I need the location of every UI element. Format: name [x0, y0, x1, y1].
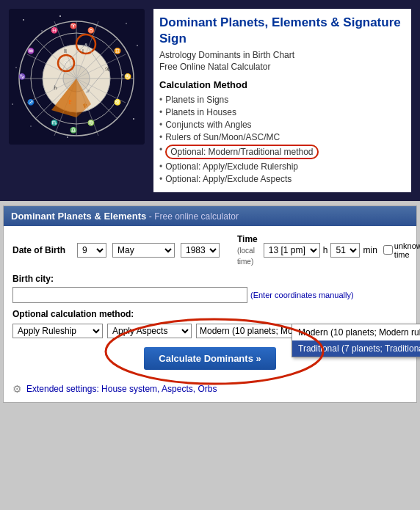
- page-wrapper: ♈ ♉ ♊ ♋ ♌ ♍ ♎ ♏ ♐ ♑ ♒ ♓ ♀ ☉: [0, 0, 420, 403]
- time-sublabel: (local time): [237, 247, 255, 266]
- free-label: - Free online calculator: [149, 211, 239, 222]
- method-item-6: Optional: Apply/Exclude Rulership: [159, 161, 405, 172]
- method-item-3: Conjuncts with Angles: [159, 120, 405, 130]
- optional-controls-wrapper: Apply Ruleship Exclude Rulership Apply A…: [12, 324, 408, 338]
- time-label: Time: [237, 234, 258, 244]
- svg-text:♓: ♓: [51, 26, 58, 34]
- calc-method-list: Planets in Signs Planets in Houses Conju…: [159, 95, 405, 184]
- svg-text:♆: ♆: [82, 103, 87, 109]
- method-dropdown-open: Modern (10 planets; Modern rulership) Tr…: [292, 324, 420, 357]
- birth-city-input-row: (Enter coordinates manually): [12, 287, 408, 303]
- svg-point-4: [126, 23, 127, 24]
- dob-label: Date of Birth: [12, 245, 71, 255]
- bottom-settings: ⚙ Extended settings: House system, Aspec…: [4, 377, 416, 402]
- svg-point-11: [67, 136, 68, 138]
- svg-text:♈: ♈: [70, 22, 77, 29]
- svg-point-7: [133, 118, 134, 120]
- svg-point-10: [12, 103, 13, 105]
- min-select[interactable]: 505152: [330, 243, 360, 258]
- svg-text:♉: ♉: [87, 26, 95, 34]
- svg-text:I: I: [82, 48, 84, 54]
- astrology-chart: ♈ ♉ ♊ ♋ ♌ ♍ ♎ ♏ ♐ ♑ ♒ ♓ ♀ ☉: [9, 9, 145, 145]
- svg-point-6: [15, 67, 17, 68]
- unknown-time-label[interactable]: unknown time: [383, 241, 420, 259]
- gear-icon: ⚙: [12, 383, 22, 395]
- extended-settings-link[interactable]: Extended settings: House system, Aspects…: [26, 384, 217, 394]
- min-label: min: [363, 245, 377, 255]
- hour-select[interactable]: 01234 56789 101112 [noon] 13 [1 pm]: [264, 243, 320, 258]
- page-title: Dominant Planets, Elements & Signature S…: [159, 15, 405, 47]
- svg-text:♇: ♇: [68, 99, 73, 106]
- svg-text:II: II: [64, 48, 67, 54]
- method-item-4: Rulers of Sun/Moon/ASC/MC: [159, 132, 405, 142]
- svg-text:♃: ♃: [104, 66, 109, 73]
- birth-city-input[interactable]: [12, 287, 247, 303]
- method-option-modern[interactable]: Modern (10 planets; Modern rulership): [292, 324, 420, 340]
- svg-text:♐: ♐: [27, 98, 35, 106]
- calc-title: Dominant Planets & Elements: [11, 211, 146, 222]
- calc-method-heading: Calculation Method: [159, 79, 405, 90]
- calc-body: Date of Birth 9 12345 678910 JanuaryFebr…: [4, 226, 416, 377]
- svg-text:♒: ♒: [27, 47, 35, 54]
- title-section: Dominant Planets, Elements & Signature S…: [153, 9, 411, 192]
- subtitle2: Free Online Natal Calculator: [159, 62, 405, 72]
- hour-label: h: [323, 245, 328, 255]
- svg-text:♊: ♊: [114, 47, 121, 54]
- svg-point-1: [23, 19, 24, 21]
- month-select[interactable]: JanuaryFebruaryMarchApril MayJuneJulyAug…: [112, 243, 175, 258]
- svg-text:♌: ♌: [114, 98, 121, 106]
- svg-text:♏: ♏: [51, 119, 58, 126]
- svg-text:♍: ♍: [87, 119, 95, 126]
- time-section: Time (local time) 01234 56789 101112 [no…: [237, 233, 420, 266]
- enter-coords-link[interactable]: (Enter coordinates manually): [250, 291, 354, 299]
- svg-point-2: [41, 30, 43, 32]
- apply-ruleship-select[interactable]: Apply Ruleship Exclude Rulership: [12, 324, 103, 338]
- day-select[interactable]: 9 12345 678910: [77, 243, 106, 258]
- chart-svg: ♈ ♉ ♊ ♋ ♌ ♍ ♎ ♏ ♐ ♑ ♒ ♓ ♀ ☉: [9, 9, 145, 145]
- date-time-row: Date of Birth 9 12345 678910 JanuaryFebr…: [12, 233, 408, 266]
- svg-point-5: [137, 45, 138, 46]
- optional-method-highlighted: Optional: Modern/Traditional method: [165, 145, 318, 159]
- top-section: ♈ ♉ ♊ ♋ ♌ ♍ ♎ ♏ ♐ ♑ ♒ ♓ ♀ ☉: [0, 0, 420, 201]
- method-item-5: Optional: Modern/Traditional method: [159, 145, 405, 159]
- calculate-button[interactable]: Calculate Dominants »: [144, 347, 275, 370]
- svg-point-3: [59, 15, 61, 17]
- optional-calc-label: Optional calculation method:: [12, 309, 408, 319]
- method-option-traditional[interactable]: Traditional (7 planets; Traditional rule…: [292, 340, 420, 357]
- method-item-7: Optional: Apply/Exclude Aspects: [159, 174, 405, 184]
- calc-header: Dominant Planets & Elements - Free onlin…: [4, 206, 416, 226]
- optional-row: Apply Ruleship Exclude Rulership Apply A…: [12, 324, 408, 338]
- svg-point-8: [30, 125, 32, 127]
- birth-city-row: Birth city: (Enter coordinates manually): [12, 274, 408, 303]
- time-label-group: Time (local time): [237, 233, 258, 266]
- svg-text:♋: ♋: [124, 73, 131, 80]
- year-select[interactable]: 1983: [181, 243, 220, 258]
- svg-text:♀: ♀: [84, 41, 89, 48]
- unknown-time-checkbox[interactable]: [383, 245, 393, 255]
- subtitle1: Astrology Dominants in Birth Chart: [159, 50, 405, 60]
- birth-city-label: Birth city:: [12, 274, 408, 284]
- svg-text:♑: ♑: [18, 73, 26, 80]
- method-item-1: Planets in Signs: [159, 95, 405, 105]
- svg-text:♎: ♎: [70, 126, 77, 134]
- apply-aspects-select[interactable]: Apply Aspects Exclude Aspects: [107, 324, 192, 338]
- method-dropdown-container: Modern (10 planets; Modern rulership) ▼ …: [196, 324, 394, 338]
- method-item-2: Planets in Houses: [159, 107, 405, 117]
- optional-calc-section: Optional calculation method: Apply Rules…: [12, 309, 408, 370]
- calculator-section: Dominant Planets & Elements - Free onlin…: [3, 205, 417, 403]
